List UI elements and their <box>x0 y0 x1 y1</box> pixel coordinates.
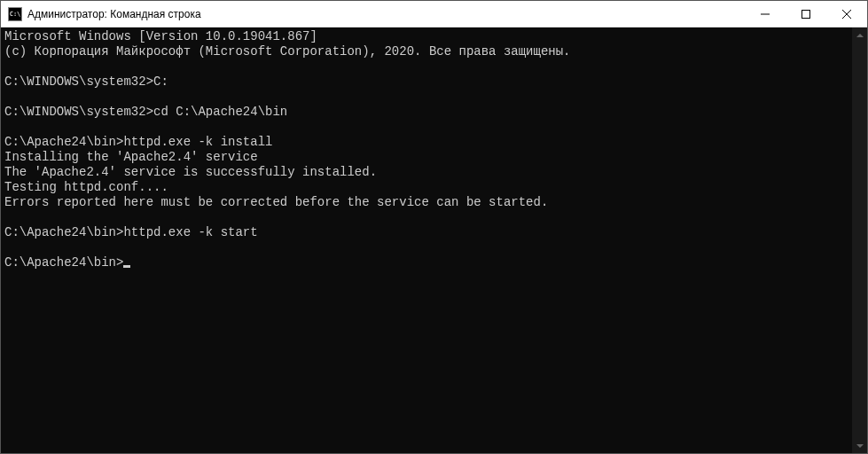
svg-marker-5 <box>856 444 864 448</box>
terminal-line: (c) Корпорация Майкрософт (Microsoft Cor… <box>4 44 848 59</box>
chevron-up-icon <box>856 34 864 37</box>
terminal-line: C:\Apache24\bin>httpd.exe -k install <box>4 135 848 150</box>
terminal-line <box>4 240 848 255</box>
svg-marker-4 <box>856 34 864 37</box>
window-title: Администратор: Командная строка <box>27 8 745 20</box>
terminal-line: Microsoft Windows [Version 10.0.19041.86… <box>4 29 848 44</box>
chevron-down-icon <box>856 444 864 448</box>
maximize-icon <box>802 10 810 19</box>
terminal-line <box>4 59 848 74</box>
close-button[interactable] <box>826 1 867 27</box>
terminal-line: Errors reported here must be corrected b… <box>4 195 848 210</box>
svg-rect-1 <box>802 10 810 18</box>
terminal-line: Testing httpd.conf.... <box>4 180 848 195</box>
window-controls <box>745 1 867 27</box>
terminal-output[interactable]: Microsoft Windows [Version 10.0.19041.86… <box>1 27 852 453</box>
terminal-line: The 'Apache2.4' service is successfully … <box>4 165 848 180</box>
terminal-line <box>4 120 848 135</box>
maximize-button[interactable] <box>786 1 826 27</box>
titlebar[interactable]: C:\ Администратор: Командная строка <box>1 1 867 27</box>
scroll-track[interactable] <box>852 43 867 438</box>
minimize-icon <box>761 10 770 19</box>
scroll-down-button[interactable] <box>852 438 867 453</box>
scrollbar[interactable] <box>852 27 867 453</box>
command-prompt-window: C:\ Администратор: Командная строка Micr… <box>0 0 868 454</box>
terminal-line: C:\Apache24\bin>httpd.exe -k start <box>4 225 848 240</box>
terminal-line: C:\WINDOWS\system32>C: <box>4 74 848 90</box>
minimize-button[interactable] <box>745 1 786 27</box>
terminal-line <box>4 210 848 225</box>
terminal-line: C:\Apache24\bin> <box>4 255 848 270</box>
terminal-area: Microsoft Windows [Version 10.0.19041.86… <box>1 27 867 453</box>
terminal-line: Installing the 'Apache2.4' service <box>4 150 848 165</box>
app-icon: C:\ <box>8 7 22 21</box>
terminal-line: C:\WINDOWS\system32>cd C:\Apache24\bin <box>4 105 848 120</box>
cursor <box>123 265 130 268</box>
terminal-line <box>4 90 848 105</box>
close-icon <box>842 10 851 19</box>
scroll-up-button[interactable] <box>852 27 867 43</box>
